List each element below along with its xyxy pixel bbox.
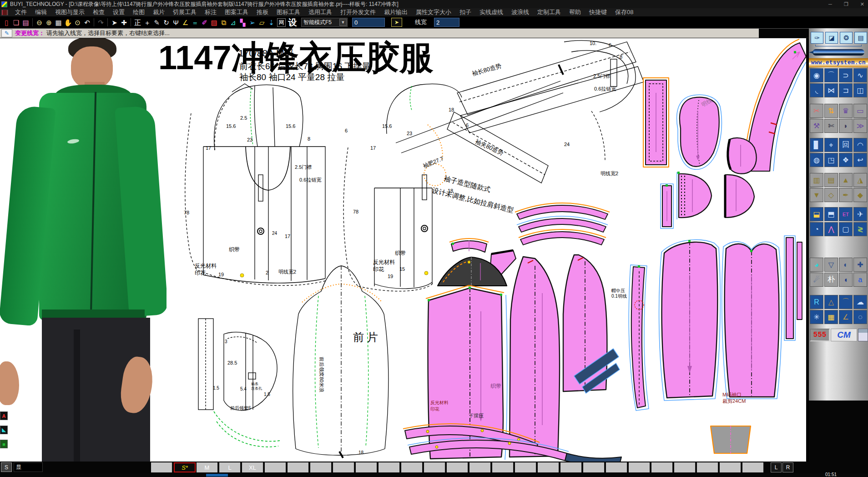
sidebar-tool-notch-tool[interactable]: ⋀ xyxy=(824,222,838,236)
sidebar-tool-cup-tool[interactable]: ▽ xyxy=(824,258,838,272)
text-a-button[interactable]: A xyxy=(0,411,8,420)
sidebar-tool-fold-tool[interactable]: ◆ xyxy=(853,188,867,202)
size-cell-empty[interactable] xyxy=(629,462,651,472)
hatch-icon[interactable]: ▨ xyxy=(209,17,219,27)
sidebar-tool-plane-export-tool[interactable]: ✈ xyxy=(853,207,867,221)
value-input[interactable]: 0 xyxy=(352,18,385,27)
sidebar-tool-buckle-tool[interactable]: ⊐ xyxy=(839,83,853,97)
sidebar-tool-slot2-tool[interactable]: ≫ xyxy=(853,119,867,133)
chevron-down-icon[interactable]: ▼ xyxy=(339,19,347,26)
sidebar-tool-calculator-tool[interactable]: ▦ xyxy=(824,310,838,324)
menu-item-图标工具[interactable]: 图标工具 xyxy=(273,8,304,16)
size-cell-empty[interactable] xyxy=(515,462,537,472)
sidebar-tool-fan2-tool[interactable]: ▤ xyxy=(824,173,838,187)
size-cell-empty[interactable] xyxy=(265,462,287,472)
settings-char-icon[interactable]: 设 xyxy=(287,17,298,27)
pan-hand-icon[interactable]: ✋ xyxy=(63,17,73,27)
sidebar-tool-sewing-machine-tool[interactable]: ▊ xyxy=(810,138,823,152)
left-button[interactable]: L xyxy=(771,462,782,472)
pen-strike-icon[interactable]: ✎ xyxy=(152,17,161,27)
sidebar-tool-import-box-tool[interactable]: ⬒ xyxy=(824,207,838,221)
menu-item-裁片[interactable]: 裁片 xyxy=(149,8,169,16)
sidebar-tool-lamp-tool[interactable]: ⌖ xyxy=(824,138,838,152)
sidebar-tool-zigzag2-tool[interactable]: ≷ xyxy=(853,222,867,236)
sidebar-tool-pleat-tool[interactable]: ⋈ xyxy=(824,83,838,97)
plane-icon[interactable]: ➢ xyxy=(247,17,257,27)
magenta-pen-icon[interactable]: ✐ xyxy=(200,17,209,27)
sidebar-tool-hammer-tool[interactable]: ⚒ xyxy=(810,119,823,133)
sidebar-tool-ghost-outline-tool[interactable]: ◌ xyxy=(853,310,867,324)
menu-item-编辑[interactable]: 编辑 xyxy=(31,8,51,16)
size-cell-empty[interactable] xyxy=(492,462,514,472)
sidebar-tool-scissors-tool[interactable]: ✂ xyxy=(810,104,823,118)
sidebar-tool-seam-box-tool[interactable]: ▢ xyxy=(839,222,853,236)
size-cell-empty[interactable] xyxy=(356,462,378,472)
sidebar-tool-dart-down-tool[interactable]: ▼ xyxy=(810,188,823,202)
ball-tool-button[interactable]: ❂ xyxy=(840,32,853,44)
website-banner[interactable]: www.etsystem.cn xyxy=(809,58,868,67)
size-cell-empty[interactable] xyxy=(288,462,309,472)
s-indicator[interactable]: S xyxy=(1,462,12,472)
sidebar-tool-fan-pieces-tool[interactable]: ▥ xyxy=(810,173,823,187)
menu-item-设置[interactable]: 设置 xyxy=(109,8,129,16)
angle-icon[interactable]: ∠ xyxy=(181,17,190,27)
sidebar-tool-curve-cut-tool[interactable]: ◔ xyxy=(810,222,823,236)
cursor-mode-box[interactable]: ➤ xyxy=(391,18,402,27)
adjust-icon[interactable]: 正 xyxy=(133,17,142,27)
save-icon[interactable]: ▤ xyxy=(21,17,30,27)
menu-item-扣子[interactable]: 扣子 xyxy=(455,8,475,16)
sidebar-tool-button-tool[interactable]: ◉ xyxy=(810,68,823,82)
smart-mode-dropdown[interactable]: 智能模式F5 ▼ xyxy=(301,18,348,27)
menu-item-帮助[interactable]: 帮助 xyxy=(565,8,585,16)
sidebar-tool-piece-tool[interactable]: ◳ xyxy=(824,153,838,167)
move-icon[interactable]: ✚ xyxy=(119,17,129,27)
size-cell-empty[interactable] xyxy=(742,462,764,472)
menu-item-绘图[interactable]: 绘图 xyxy=(129,8,149,16)
sidebar-tool-triangle-tool[interactable]: △ xyxy=(824,295,838,309)
size-cell-S*[interactable]: S* xyxy=(174,462,196,472)
calculator-icon[interactable] xyxy=(858,329,868,341)
menu-item-选用工具[interactable]: 选用工具 xyxy=(304,8,336,16)
sidebar-tool-crown-tool[interactable]: ♛ xyxy=(839,104,853,118)
display-chip[interactable]: 显 xyxy=(14,462,43,472)
zoom-out-icon[interactable]: ⊖ xyxy=(35,17,44,27)
size-cell-empty[interactable] xyxy=(606,462,628,472)
hat-tool-button[interactable]: ▤ xyxy=(854,32,867,44)
sidebar-tool-et-link-tool[interactable]: ET xyxy=(839,207,853,221)
zoom-in-icon[interactable]: ⊕ xyxy=(44,17,54,27)
unit-button[interactable]: CM xyxy=(831,329,857,341)
wing-button[interactable]: ◣ xyxy=(0,426,8,434)
sidebar-tool-spiral-tool[interactable]: 回 xyxy=(839,138,853,152)
size-cell-M[interactable]: M xyxy=(197,462,218,472)
undo-icon[interactable]: ↶ xyxy=(82,17,92,27)
maximize-button[interactable]: ❐ xyxy=(844,1,848,7)
sidebar-tool-dart2-tool[interactable]: ◮ xyxy=(853,173,867,187)
menu-item-标注[interactable]: 标注 xyxy=(201,8,221,16)
sidebar-tool-spray-tool[interactable]: ☄ xyxy=(810,273,823,287)
add-point-icon[interactable]: ＋ xyxy=(142,17,152,27)
menu-item-保存08[interactable]: 保存08 xyxy=(611,8,637,16)
sidebar-tool-pu-box-tool[interactable]: 朴 xyxy=(824,273,838,287)
sidebar-tool-slot-tool[interactable]: ▭ xyxy=(853,104,867,118)
sidebar-tool-clasp-tool[interactable]: ⊃ xyxy=(839,68,853,82)
size-cell-L[interactable]: L xyxy=(219,462,241,472)
size-cell-empty[interactable] xyxy=(310,462,332,472)
pattern-flag-icon[interactable]: ⧉ xyxy=(219,17,228,27)
lasso-icon[interactable]: ▱ xyxy=(257,17,267,27)
new-file-icon[interactable]: ▯ xyxy=(2,17,11,27)
sidebar-tool-star-pen-tool[interactable]: ✳ xyxy=(810,310,823,324)
rotate-icon[interactable]: ↻ xyxy=(161,17,171,27)
sidebar-tool-cloud-tool[interactable]: ☁ xyxy=(853,295,867,309)
menu-item-推板[interactable]: 推板 xyxy=(252,8,273,16)
size-cell-empty[interactable] xyxy=(401,462,423,472)
menu-item-快捷键[interactable]: 快捷键 xyxy=(585,8,611,16)
zoom-window-icon[interactable]: ⊙ xyxy=(73,17,82,27)
sidebar-tool-hook-tool[interactable]: ↩ xyxy=(853,153,867,167)
sidebar-tool-cut-dark-tool[interactable]: ✄ xyxy=(824,119,838,133)
horizontal-scrollbar[interactable]: 01:51 xyxy=(0,473,868,477)
drop-arrow-icon[interactable]: ⇣ xyxy=(267,17,276,27)
size-cell-empty[interactable] xyxy=(538,462,560,472)
sidebar-tool-jacket-tool[interactable]: ◫ xyxy=(853,83,867,97)
green-button[interactable]: ■ xyxy=(0,440,8,448)
size-cell-XL[interactable]: XL xyxy=(242,462,264,472)
